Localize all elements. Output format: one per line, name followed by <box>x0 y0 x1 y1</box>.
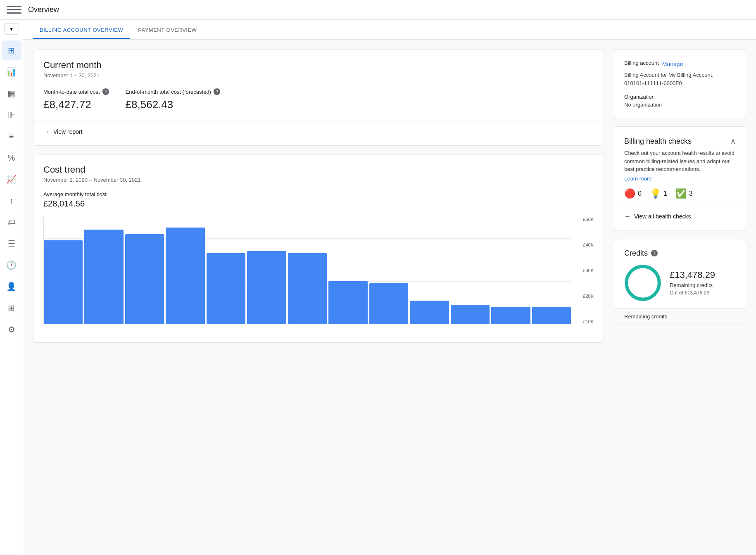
view-health-checks-link[interactable]: → View all health checks <box>624 213 736 220</box>
chevron-down-icon: ▾ <box>10 26 13 32</box>
sidebar-item-dashboard[interactable]: ⊞ <box>2 40 21 60</box>
sidebar-item-analytics[interactable]: 📈 <box>2 169 21 189</box>
sidebar-item-export[interactable]: ↑ <box>2 191 21 211</box>
budget-icon: ⊪ <box>8 110 15 120</box>
billing-account-header: Billing account Manage <box>624 60 736 68</box>
credits-card: Credits ? £13,478.29 Remaining credits O… <box>614 239 746 325</box>
arrow-right-icon-2: → <box>624 213 631 220</box>
sidebar-item-settings[interactable]: ⚙ <box>2 320 21 339</box>
credits-amount: £13,478.29 <box>670 270 715 280</box>
ok-icon: ✅ <box>675 188 687 199</box>
cost-trend-title: Cost trend <box>43 164 594 175</box>
bar-12[interactable] <box>491 307 530 324</box>
end-of-month-help-icon[interactable]: ? <box>214 88 220 95</box>
bar-2[interactable] <box>84 230 123 324</box>
tab-billing-account[interactable]: BILLING ACCOUNT OVERVIEW <box>33 22 130 39</box>
bar-10[interactable] <box>410 301 449 324</box>
sidebar-item-table[interactable]: ▦ <box>2 83 21 103</box>
sidebar-item-budget[interactable]: ⊪ <box>2 105 21 125</box>
clock-icon: 🕐 <box>6 260 17 270</box>
billing-account-card: Billing account Manage Billing Account f… <box>614 50 746 118</box>
health-stats: 🔴 0 💡 1 ✅ 3 <box>624 188 736 199</box>
health-stat-warnings: 💡 1 <box>650 188 667 199</box>
bar-6[interactable] <box>247 251 286 324</box>
sidebar-item-tags[interactable]: 🏷 <box>2 212 21 232</box>
health-stat-ok: ✅ 3 <box>675 188 693 199</box>
cost-trend-card: Cost trend November 1, 2020 – November 3… <box>33 154 604 343</box>
main-content: BILLING ACCOUNT OVERVIEW PAYMENT OVERVIE… <box>23 20 756 555</box>
chart-y-labels: £50K £40K £30K £20K £10K <box>573 217 594 324</box>
tag-icon: 🏷 <box>7 218 16 227</box>
health-checks-description: Check out your account health results to… <box>624 149 736 173</box>
end-of-month-label: End-of-month total cost (forecasted) ? <box>126 88 220 95</box>
analytics-icon: 📈 <box>6 174 17 184</box>
sidebar-item-org[interactable]: ⊞ <box>2 298 21 318</box>
month-to-date-value: £8,427.72 <box>43 98 109 111</box>
bar-8[interactable] <box>328 281 367 324</box>
health-checks-card: Billing health checks ∧ Check out your a… <box>614 126 746 230</box>
avg-cost-value: £28,014.56 <box>43 199 594 209</box>
right-column: Billing account Manage Billing Account f… <box>614 50 746 545</box>
sidebar-item-history[interactable]: 🕐 <box>2 255 21 275</box>
sidebar-dropdown[interactable]: ▾ <box>4 23 19 35</box>
bar-11[interactable] <box>451 305 490 324</box>
percent-icon: % <box>8 153 15 163</box>
organization-value: No organization <box>624 102 736 108</box>
error-count: 0 <box>638 190 642 197</box>
ok-count: 3 <box>689 190 693 197</box>
bar-9[interactable] <box>369 283 408 324</box>
sidebar-item-users[interactable]: 👤 <box>2 277 21 296</box>
current-month-title: Current month <box>43 60 594 71</box>
bar-7[interactable] <box>288 253 327 324</box>
hamburger-menu-icon[interactable] <box>7 5 21 15</box>
tab-payment[interactable]: PAYMENT OVERVIEW <box>131 22 203 39</box>
bar-3[interactable] <box>125 234 164 324</box>
credits-header: Credits ? <box>624 249 736 258</box>
sidebar: ▾ ⊞ 📊 ▦ ⊪ ≡ % 📈 ↑ 🏷 ☰ <box>0 20 23 555</box>
org-icon: ⊞ <box>8 303 15 313</box>
error-icon: 🔴 <box>624 188 635 199</box>
card-divider <box>33 121 604 121</box>
learn-more-link[interactable]: Learn more <box>624 176 651 182</box>
sidebar-item-reports[interactable]: 📊 <box>2 62 21 82</box>
warning-icon: 💡 <box>650 188 661 199</box>
billing-account-label: Billing account <box>624 60 659 66</box>
credits-help-icon[interactable]: ? <box>651 250 658 256</box>
bar-chart-icon: 📊 <box>6 67 17 77</box>
page-title: Overview <box>28 5 59 14</box>
credits-donut-chart <box>624 264 661 301</box>
dashboard-icon: ⊞ <box>8 45 15 55</box>
manage-link[interactable]: Manage <box>662 61 683 67</box>
end-of-month-value: £8,562.43 <box>126 98 220 111</box>
content-area: Current month November 1 – 30, 2021 Mont… <box>23 40 756 555</box>
tabs-bar: BILLING ACCOUNT OVERVIEW PAYMENT OVERVIE… <box>23 20 756 40</box>
avg-cost-label: Average monthly total cost <box>43 191 594 197</box>
settings-icon: ⚙ <box>8 325 15 334</box>
sidebar-item-discounts[interactable]: % <box>2 148 21 168</box>
svg-point-1 <box>626 266 659 299</box>
costs-row: Month-to-date total cost ? £8,427.72 End… <box>43 88 594 111</box>
bar-13[interactable] <box>532 307 571 324</box>
chevron-up-icon[interactable]: ∧ <box>730 137 736 146</box>
bar-chart: £50K £40K £30K £20K £10K <box>43 217 594 332</box>
credits-footer: Remaining credits <box>614 308 746 325</box>
app-layout: ▾ ⊞ 📊 ▦ ⊪ ≡ % 📈 ↑ 🏷 ☰ <box>0 20 756 555</box>
y-label-20k: £20K <box>583 294 594 299</box>
bar-5[interactable] <box>207 253 245 324</box>
y-label-40k: £40K <box>583 242 594 247</box>
view-report-link[interactable]: → View report <box>43 128 594 135</box>
health-checks-header: Billing health checks ∧ <box>624 137 736 146</box>
end-of-month-cost: End-of-month total cost (forecasted) ? £… <box>126 88 220 111</box>
health-checks-title: Billing health checks <box>624 137 692 146</box>
left-column: Current month November 1 – 30, 2021 Mont… <box>33 50 604 545</box>
sidebar-item-list[interactable]: ≡ <box>2 126 21 146</box>
current-month-card: Current month November 1 – 30, 2021 Mont… <box>33 50 604 146</box>
credits-out-of: Out of £13,478.29 <box>670 290 715 296</box>
document-icon: ☰ <box>8 239 15 249</box>
y-label-30k: £30K <box>583 268 594 273</box>
bar-4[interactable] <box>166 228 204 324</box>
bar-1[interactable] <box>44 240 83 324</box>
month-to-date-help-icon[interactable]: ? <box>102 88 109 95</box>
y-label-50k: £50K <box>583 217 594 222</box>
sidebar-item-documents[interactable]: ☰ <box>2 234 21 254</box>
